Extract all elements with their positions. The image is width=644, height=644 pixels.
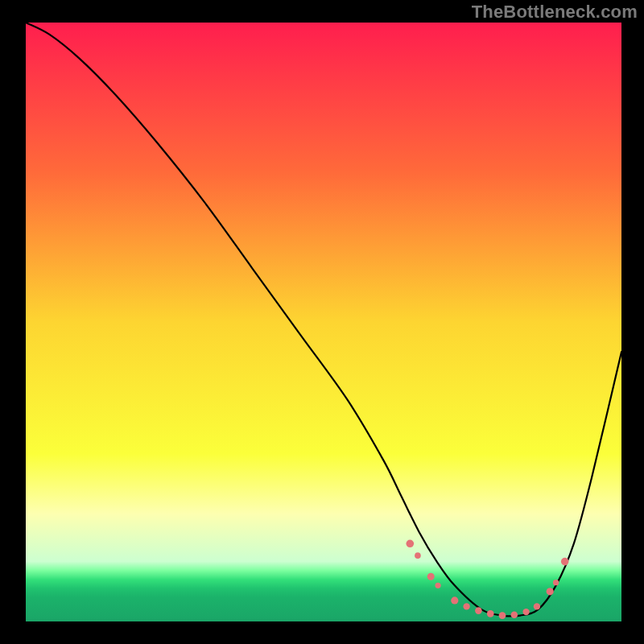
marker-dot	[534, 603, 540, 609]
marker-dot	[561, 558, 569, 566]
marker-dot	[487, 610, 494, 617]
marker-dot	[547, 588, 554, 595]
chart-frame: TheBottleneck.com	[0, 0, 644, 644]
marker-dot	[475, 607, 482, 614]
marker-dot	[415, 552, 421, 559]
plot-area	[26, 23, 621, 621]
marker-dot	[427, 573, 435, 580]
marker-dot	[451, 597, 458, 604]
marker-dot	[522, 609, 529, 615]
marker-dot	[499, 612, 506, 619]
chart-svg	[26, 23, 621, 621]
marker-dot	[553, 580, 559, 585]
gradient-background	[26, 23, 621, 621]
marker-dot	[435, 583, 440, 588]
marker-dot	[463, 603, 469, 609]
watermark-text: TheBottleneck.com	[472, 2, 638, 23]
marker-dot	[511, 612, 518, 619]
marker-dot	[407, 539, 415, 547]
